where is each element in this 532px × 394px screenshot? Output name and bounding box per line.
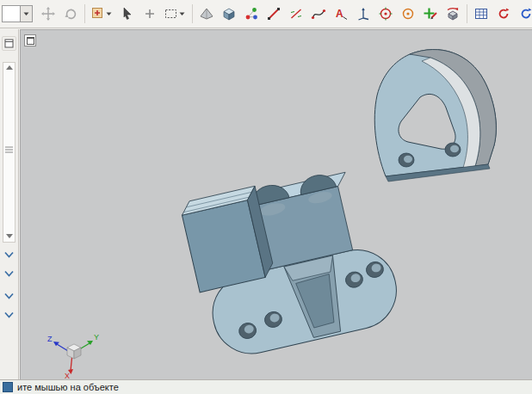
red-circular-arrow-icon xyxy=(496,6,511,22)
document-window-button[interactable] xyxy=(24,34,36,46)
part-hinge-body[interactable] xyxy=(179,160,404,363)
expand-section-button-2[interactable] xyxy=(3,270,15,278)
pointer-select-button[interactable] xyxy=(116,3,139,25)
shaded-display-button[interactable] xyxy=(218,3,240,25)
rotate-component-button[interactable] xyxy=(59,3,82,25)
3d-viewport[interactable]: Z Y X xyxy=(20,29,532,379)
chevron-down-icon xyxy=(179,12,185,16)
axis-line-button[interactable] xyxy=(285,3,307,25)
cube-icon xyxy=(221,6,237,22)
panel-grip[interactable] xyxy=(5,146,13,153)
coordinate-axes-button[interactable] xyxy=(352,3,374,25)
add-component-icon xyxy=(90,6,106,22)
axis-y-label: Y xyxy=(94,333,99,342)
axis-x-label: X xyxy=(65,372,70,379)
record-operation-button[interactable] xyxy=(492,3,515,25)
parameters-table-button[interactable] xyxy=(470,3,492,25)
cad-application-window: A xyxy=(0,0,532,394)
expand-section-button-3[interactable] xyxy=(3,292,15,300)
add-point-button[interactable] xyxy=(139,3,161,25)
scroll-up-button[interactable] xyxy=(6,65,13,70)
expand-section-button-1[interactable] xyxy=(3,251,15,259)
chevron-down-icon xyxy=(3,251,15,259)
window-icon xyxy=(4,39,14,48)
document-tree-button[interactable] xyxy=(2,36,16,51)
3d-scene: Z Y X xyxy=(21,30,532,379)
move-component-button[interactable] xyxy=(37,3,59,25)
status-icon xyxy=(3,382,13,392)
axis-line-icon xyxy=(288,6,304,22)
plus-icon xyxy=(142,6,158,22)
molecule-icon xyxy=(244,6,259,22)
triangle-up-icon xyxy=(6,65,13,70)
control-circle-button[interactable] xyxy=(397,3,419,25)
chevron-down-icon xyxy=(3,292,15,300)
rotate-icon xyxy=(63,6,78,22)
chevron-down-icon xyxy=(106,12,112,16)
pointer-icon xyxy=(120,6,135,22)
axes-icon xyxy=(356,6,371,22)
new-sketch-button[interactable] xyxy=(419,3,442,25)
circle-point-icon xyxy=(378,6,393,22)
view-orientation-combo[interactable] xyxy=(2,5,33,22)
grip-lines-icon xyxy=(5,146,13,153)
cube-rotate-icon xyxy=(445,6,461,22)
refresh-icon xyxy=(518,6,532,22)
scroll-down-button[interactable] xyxy=(6,234,13,238)
expand-section-button-4[interactable] xyxy=(3,311,15,319)
move-icon xyxy=(40,6,56,22)
chevron-down-icon xyxy=(3,311,15,319)
add-component-flyout-button[interactable] xyxy=(88,3,116,24)
sketch-plus-pencil-icon xyxy=(423,6,438,22)
toolbar-separator xyxy=(192,4,193,23)
status-message: ите мышью на объекте xyxy=(17,382,119,392)
triangle-down-icon xyxy=(6,234,13,238)
annotation-button[interactable]: A xyxy=(330,3,352,25)
table-grid-icon xyxy=(473,6,489,22)
svg-text:A: A xyxy=(336,8,343,20)
circle-center-icon xyxy=(400,6,416,22)
part-lug-bracket[interactable] xyxy=(374,50,496,182)
components-button[interactable] xyxy=(240,3,263,25)
axis-z-label: Z xyxy=(47,335,53,343)
prism-icon xyxy=(199,6,214,22)
selection-frame-icon xyxy=(164,6,179,22)
control-point-button[interactable] xyxy=(374,3,397,25)
status-bar: ите мышью на объекте xyxy=(0,379,532,394)
view-orientation-value xyxy=(3,6,20,22)
spline-button[interactable] xyxy=(307,3,330,25)
rebuild-model-button[interactable] xyxy=(515,3,532,25)
orientation-triad: Z Y X xyxy=(47,333,99,379)
component-rotate-button[interactable] xyxy=(442,3,464,25)
annotation-icon: A xyxy=(333,6,349,22)
left-toolbar xyxy=(0,29,19,379)
spline-icon xyxy=(311,6,326,22)
toolbar-separator xyxy=(467,4,467,23)
toolbar-separator xyxy=(84,4,85,23)
chevron-down-icon xyxy=(3,270,15,278)
chevron-down-icon[interactable] xyxy=(20,6,32,22)
hide-face-button[interactable] xyxy=(195,3,218,25)
main-toolbar: A xyxy=(0,0,532,28)
window-select-flyout-button[interactable] xyxy=(161,3,189,24)
line-segment-button[interactable] xyxy=(263,3,285,25)
line-icon xyxy=(266,6,281,22)
